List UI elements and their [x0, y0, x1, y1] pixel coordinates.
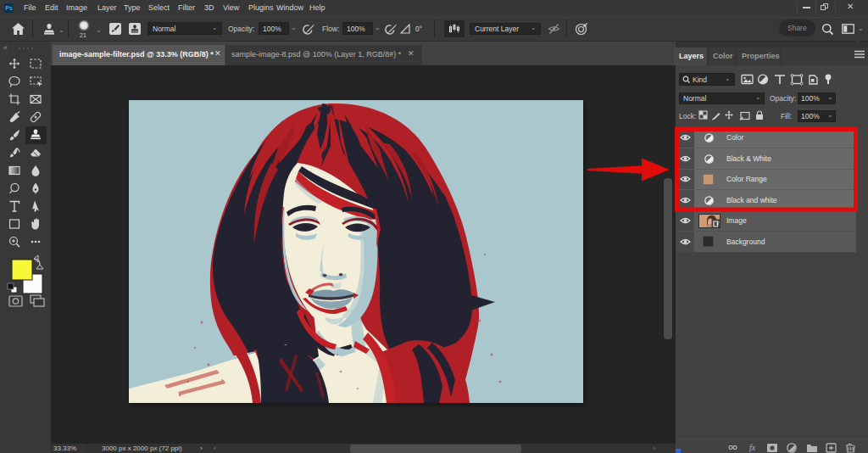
svg-text:fx: fx — [749, 443, 756, 452]
